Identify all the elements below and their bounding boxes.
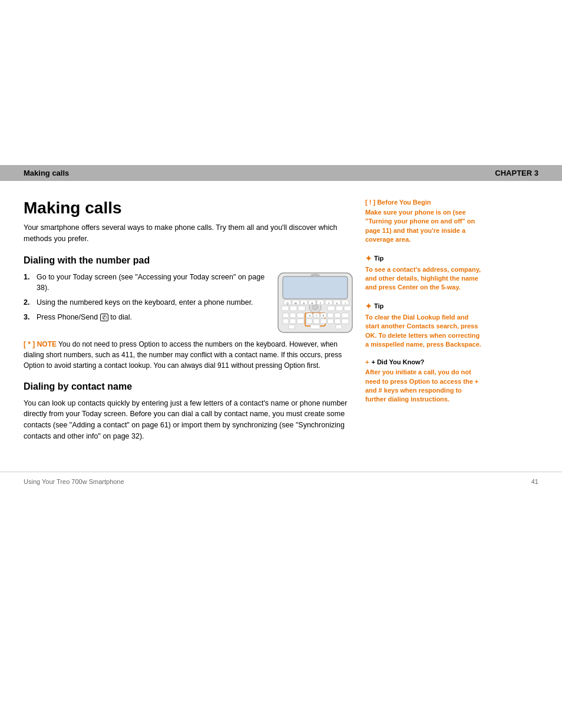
tip1-star-icon: ✦ — [365, 254, 372, 263]
svg-rect-29 — [283, 319, 289, 324]
step-3-num: 3. — [24, 312, 37, 323]
svg-rect-19 — [344, 306, 351, 311]
did-you-know-section: + + Did You Know? After you initiate a c… — [365, 358, 483, 404]
svg-rect-33 — [313, 319, 319, 324]
svg-rect-35 — [328, 319, 333, 324]
section1-heading: Dialing with the number pad — [24, 255, 353, 266]
tip1-section: ✦ Tip To see a contact's address, compan… — [365, 254, 483, 292]
step-1-text: Go to your Today screen (see "Accessing … — [37, 272, 267, 294]
svg-text:U: U — [336, 302, 338, 305]
svg-rect-32 — [306, 319, 312, 324]
before-begin-body: Make sure your phone is on (see "Turning… — [365, 208, 483, 245]
svg-rect-16 — [298, 306, 305, 311]
svg-text:E: E — [303, 302, 305, 305]
step-1-num: 1. — [24, 272, 37, 294]
tip2-section: ✦ Tip To clear the Dial Lookup field and… — [365, 302, 483, 350]
svg-rect-20 — [283, 313, 289, 318]
svg-rect-15 — [290, 306, 297, 311]
page-title: Making calls — [24, 199, 353, 218]
svg-text:I: I — [345, 302, 345, 305]
intro-text: Your smartphone offers several ways to m… — [24, 222, 353, 245]
before-begin-title: [ ! ] Before You Begin — [365, 199, 483, 206]
right-column: [ ! ] Before You Begin Make sure your ph… — [365, 199, 483, 442]
tip1-label-text: Tip — [374, 255, 384, 262]
svg-text:Y: Y — [328, 302, 330, 305]
svg-rect-36 — [335, 319, 340, 324]
tip2-label-text: Tip — [374, 302, 384, 309]
header-making-calls: Making calls — [24, 169, 69, 177]
svg-rect-28 — [342, 313, 349, 318]
before-begin-section: [ ! ] Before You Begin Make sure your ph… — [365, 199, 483, 245]
svg-rect-30 — [290, 319, 296, 324]
main-content: Making calls Your smartphone offers seve… — [0, 181, 562, 460]
header-bar: Making calls CHAPTER 3 — [0, 165, 562, 181]
note-text: You do not need to press Option to acces… — [24, 340, 342, 370]
step-3: 3. Press Phone/Send ✆ to dial. — [24, 312, 267, 323]
step-2-text: Using the numbered keys on the keyboard,… — [37, 297, 253, 308]
footer-left: Using Your Treo 700w Smartphone — [24, 478, 124, 485]
section2-heading: Dialing by contact name — [24, 381, 353, 392]
did-you-know-body: After you initiate a call, you do not ne… — [365, 368, 483, 404]
step-1: 1. Go to your Today screen (see "Accessi… — [24, 272, 267, 294]
note-box: [ * ] NOTE You do not need to press Opti… — [24, 339, 353, 371]
svg-rect-39 — [310, 325, 320, 329]
left-column: Making calls Your smartphone offers seve… — [24, 199, 353, 442]
svg-rect-14 — [282, 306, 289, 311]
phone-image: Q W E R T Y U I 6 7 8 — [277, 272, 353, 331]
did-you-know-icon: + — [365, 358, 369, 365]
svg-rect-27 — [335, 313, 340, 318]
dialing-section: 1. Go to your Today screen (see "Accessi… — [24, 272, 353, 331]
tip2-star-icon: ✦ — [365, 302, 372, 311]
svg-point-4 — [312, 304, 318, 310]
svg-rect-22 — [297, 313, 304, 318]
svg-rect-26 — [328, 313, 333, 318]
before-begin-prefix: [ ! ] Before You Begin — [365, 199, 431, 206]
footer-page: 41 — [531, 478, 538, 485]
svg-rect-40 — [336, 325, 342, 329]
step-2: 2. Using the numbered keys on the keyboa… — [24, 297, 267, 308]
svg-rect-17 — [328, 306, 335, 311]
step-2-num: 2. — [24, 297, 37, 308]
did-you-know-label: + Did You Know? — [371, 358, 424, 365]
svg-rect-31 — [297, 319, 304, 324]
svg-rect-18 — [336, 306, 343, 311]
tip2-body: To clear the Dial Lookup field and start… — [365, 313, 483, 350]
svg-text:W: W — [295, 302, 297, 305]
svg-text:Q: Q — [286, 302, 288, 305]
svg-rect-1 — [283, 276, 348, 299]
step-3-text: Press Phone/Send ✆ to dial. — [37, 312, 132, 323]
svg-rect-38 — [289, 325, 295, 329]
header-chapter: CHAPTER 3 — [495, 169, 538, 177]
did-you-know-title: + + Did You Know? — [365, 358, 483, 365]
svg-text:R: R — [312, 302, 313, 305]
note-label: [ * ] NOTE — [24, 340, 57, 348]
section2-text: You can look up contacts quickly by ente… — [24, 398, 353, 442]
tip2-label: ✦ Tip — [365, 302, 483, 311]
tip1-label: ✦ Tip — [365, 254, 483, 263]
svg-point-2 — [310, 274, 320, 276]
tip1-body: To see a contact's address, company, and… — [365, 265, 483, 292]
svg-rect-37 — [342, 319, 349, 324]
footer-bar: Using Your Treo 700w Smartphone 41 — [0, 472, 562, 491]
svg-rect-34 — [320, 319, 326, 324]
svg-rect-21 — [290, 313, 296, 318]
steps-list: 1. Go to your Today screen (see "Accessi… — [24, 272, 267, 323]
dialing-text: 1. Go to your Today screen (see "Accessi… — [24, 272, 267, 331]
